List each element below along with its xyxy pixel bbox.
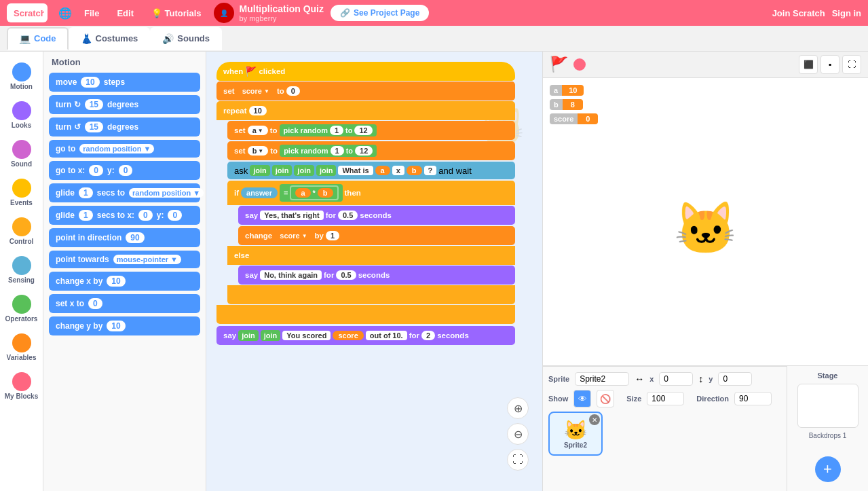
stage-toolbar: 🚩 ⬛ ▪ ⛶ (543, 52, 868, 78)
blocks-category-title: Motion (49, 57, 200, 67)
sidebar-item-control[interactable]: Control (2, 213, 41, 249)
point-towards-block[interactable]: point towards mouse-pointer ▼ (49, 251, 200, 268)
see-project-button[interactable]: 🔗 See Project Page (331, 5, 429, 21)
bottom-panels: Sprite ↔ x ↕ y Show 👁 🚫 Size Direction (543, 365, 868, 491)
large-stage-button[interactable]: ▪ (820, 55, 839, 74)
var-a-row: a 10 (550, 85, 598, 96)
change-y-block[interactable]: change y by 10 (49, 316, 200, 335)
tutorials-link[interactable]: 💡 Tutorials (146, 8, 207, 18)
tab-code[interactable]: 💻 Code (7, 27, 69, 50)
stage-canvas: a 10 b 8 score 0 🐱 (543, 78, 868, 365)
sprite-thumbnails: ✕ 🐱 Sprite2 (548, 412, 781, 456)
repeat-end-cap (216, 305, 515, 324)
goto-block[interactable]: go to random position ▼ (49, 140, 200, 158)
sprite-thumb-sprite2[interactable]: ✕ 🐱 Sprite2 (548, 412, 603, 456)
sprite-show-row: Show 👁 🚫 Size Direction (548, 390, 781, 407)
sprite-size-input[interactable] (647, 392, 684, 405)
sidebar-item-variables[interactable]: Variables (2, 329, 41, 365)
category-sidebar: Motion Looks Sound Events Control Sensin… (0, 52, 43, 491)
show-sprite-button[interactable]: 👁 (573, 390, 591, 407)
updown-icon: ↕ (698, 374, 703, 384)
top-navigation: Scratch 🌐 File Edit 💡 Tutorials 👤 Multip… (0, 0, 868, 26)
add-sprite-button[interactable]: + (815, 456, 841, 482)
stage-thumbnail[interactable] (797, 384, 858, 428)
file-menu[interactable]: File (79, 8, 105, 18)
sprite-name-input[interactable] (575, 372, 629, 386)
flag-icon: 🚩 (245, 66, 257, 77)
sidebar-item-sensing[interactable]: Sensing (2, 252, 41, 288)
turn-cw-block[interactable]: turn ↻ 15 degrees (49, 95, 200, 114)
project-info: 👤 Multiplication Quiz by mgberry (214, 3, 324, 23)
stop-button[interactable] (573, 58, 586, 71)
small-stage-button[interactable]: ⬛ (799, 55, 818, 74)
scratch-logo[interactable]: Scratch (7, 3, 48, 22)
delete-sprite-button[interactable]: ✕ (589, 414, 600, 425)
say-no-block[interactable]: say No, think again for 0.5 seconds (238, 266, 515, 285)
variables-display: a 10 b 8 score 0 (550, 85, 598, 124)
stage-selector: Stage Backdrops 1 + (787, 366, 868, 491)
main-area: Motion Looks Sound Events Control Sensin… (0, 52, 868, 491)
arrows-icon: ↔ (635, 374, 644, 384)
sign-in-link[interactable]: Sign in (832, 8, 861, 18)
glide-block[interactable]: glide 1 secs to random position ▼ (49, 183, 200, 202)
tabs-bar: 💻 Code 👗 Costumes 🔊 Sounds (0, 26, 868, 52)
else-body: say No, think again for 0.5 seconds (238, 266, 515, 285)
sprite-direction-input[interactable] (734, 392, 772, 405)
set-x-block[interactable]: set x to 0 (49, 294, 200, 313)
turn-ccw-block[interactable]: turn ↺ 15 degrees (49, 117, 200, 137)
fit-screen-button[interactable]: ⛶ (507, 449, 529, 471)
user-avatar: 👤 (214, 3, 234, 23)
change-x-block[interactable]: change x by 10 (49, 272, 200, 291)
edit-menu[interactable]: Edit (111, 8, 139, 18)
sidebar-item-sound[interactable]: Sound (2, 136, 41, 172)
if-body: say Yes, that's right for 0.5 seconds ch… (238, 206, 515, 246)
sidebar-item-looks[interactable]: Looks (2, 97, 41, 133)
repeat-block-wrapper: repeat 10 set a to pick random 1 to 12 (216, 101, 515, 325)
sidebar-item-myblocks[interactable]: My Blocks (2, 368, 41, 404)
sprite-x-input[interactable] (659, 372, 693, 386)
sidebar-item-events[interactable]: Events (2, 175, 41, 211)
when-flag-clicked-block[interactable]: when 🚩 clicked (216, 62, 515, 81)
join-scratch-link[interactable]: Join Scratch (772, 8, 825, 18)
zoom-out-button[interactable]: ⊖ (507, 423, 529, 445)
repeat-block[interactable]: repeat 10 (216, 101, 515, 120)
sidebar-item-operators[interactable]: Operators (2, 291, 41, 327)
tab-sounds[interactable]: 🔊 Sounds (150, 27, 222, 50)
goto-xy-block[interactable]: go to x: 0 y: 0 (49, 161, 200, 180)
zoom-in-button[interactable]: ⊕ (507, 397, 529, 419)
globe-icon[interactable]: 🌐 (58, 7, 72, 20)
blocks-panel: Motion move 10 steps turn ↻ 15 degrees t… (43, 52, 206, 491)
svg-text:Scratch: Scratch (14, 8, 44, 18)
if-block[interactable]: if answer = a * b then (227, 181, 515, 205)
backdrops-label: Backdrops 1 (793, 432, 863, 439)
zoom-controls: ⊕ ⊖ ⛶ (507, 397, 529, 471)
green-flag-button[interactable]: 🚩 (550, 56, 568, 73)
stage-view-buttons: ⬛ ▪ ⛶ (799, 55, 861, 74)
sprite-panel: Sprite ↔ x ↕ y Show 👁 🚫 Size Direction (543, 366, 787, 491)
sidebar-item-motion[interactable]: Motion (2, 58, 41, 94)
say-yes-block[interactable]: say Yes, that's right for 0.5 seconds (238, 206, 515, 225)
repeat-body: set a to pick random 1 to 12 set b to p (227, 121, 515, 305)
hide-sprite-button[interactable]: 🚫 (597, 390, 614, 407)
else-block: else (227, 246, 515, 265)
move-block[interactable]: move 10 steps (49, 73, 200, 92)
project-title: Multiplication Quiz (240, 3, 324, 14)
sprite-info-row: Sprite ↔ x ↕ y (548, 372, 781, 386)
sprite-y-input[interactable] (718, 372, 752, 386)
set-score-block[interactable]: set score to 0 (216, 81, 515, 101)
if-block-wrapper: if answer = a * b then (227, 181, 515, 305)
tab-costumes[interactable]: 👗 Costumes (69, 27, 151, 50)
glide-xy-block[interactable]: glide 1 secs to x: 0 y: 0 (49, 206, 200, 225)
set-b-block[interactable]: set b to pick random 1 to 12 (227, 141, 515, 160)
var-score-row: score 0 (550, 113, 598, 124)
if-end-cap (227, 285, 515, 304)
ask-block[interactable]: ask join join join join What is a x b ? … (227, 162, 515, 179)
set-a-block[interactable]: set a to pick random 1 to 12 (227, 121, 515, 140)
var-b-row: b 8 (550, 99, 598, 110)
stage-area: 🚩 ⬛ ▪ ⛶ a 10 b 8 (543, 52, 868, 365)
point-direction-block[interactable]: point in direction 90 (49, 228, 200, 247)
stage-label: Stage (793, 371, 863, 380)
say-final-block[interactable]: say join join You scored score out of 10… (216, 326, 515, 345)
change-score-block[interactable]: change score by 1 (238, 226, 515, 245)
fullscreen-button[interactable]: ⛶ (842, 55, 861, 74)
